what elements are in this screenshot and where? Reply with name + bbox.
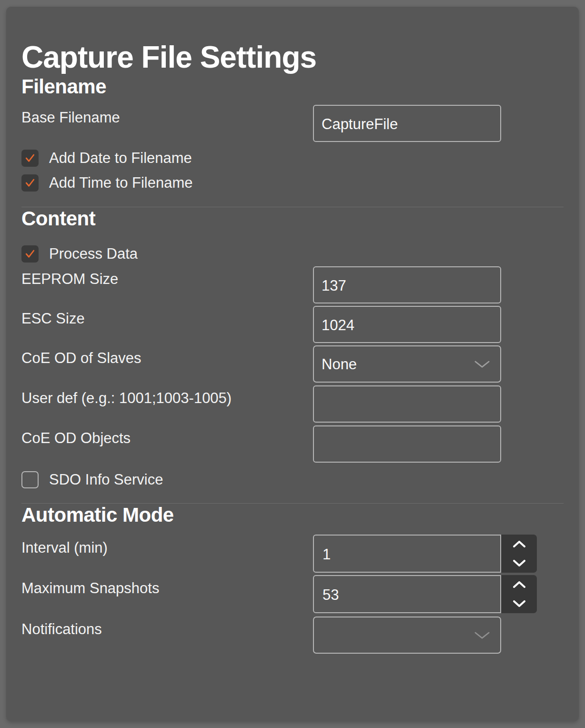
coe-od-objects-input[interactable] bbox=[313, 425, 501, 463]
section-heading-content: Content bbox=[21, 207, 564, 230]
interval-decrement-button[interactable] bbox=[501, 554, 537, 573]
check-icon bbox=[23, 152, 37, 165]
chevron-down-icon bbox=[474, 361, 490, 368]
interval-control bbox=[313, 535, 537, 573]
eeprom-size-input[interactable] bbox=[313, 266, 501, 303]
maximum-snapshots-spinner bbox=[501, 575, 537, 613]
coe-od-objects-row: CoE OD Objects bbox=[21, 425, 564, 463]
interval-increment-button[interactable] bbox=[501, 535, 537, 554]
eeprom-size-label: EEPROM Size bbox=[21, 271, 313, 288]
add-time-checkbox[interactable] bbox=[21, 174, 39, 192]
sdo-info-service-checkbox[interactable] bbox=[21, 471, 39, 488]
section-heading-automatic-mode: Automatic Mode bbox=[21, 504, 564, 526]
sdo-info-service-checkbox-row[interactable]: SDO Info Service bbox=[21, 471, 564, 488]
notifications-label: Notifications bbox=[21, 621, 313, 638]
maximum-snapshots-row: Maximum Snapshots bbox=[21, 575, 564, 613]
page-title: Capture File Settings bbox=[21, 40, 564, 75]
notifications-row: Notifications bbox=[21, 617, 564, 654]
user-def-label: User def (e.g.: 1001;1003-1005) bbox=[21, 390, 313, 407]
process-data-checkbox[interactable] bbox=[21, 245, 39, 263]
esc-size-input[interactable] bbox=[313, 306, 501, 343]
check-icon bbox=[23, 176, 37, 190]
check-icon bbox=[23, 247, 37, 261]
section-heading-filename: Filename bbox=[21, 75, 564, 98]
chevron-down-icon bbox=[513, 560, 525, 566]
user-def-control bbox=[313, 385, 501, 423]
process-data-checkbox-label: Process Data bbox=[49, 245, 138, 263]
esc-size-label: ESC Size bbox=[21, 310, 313, 327]
maximum-snapshots-decrement-button[interactable] bbox=[501, 594, 537, 613]
base-filename-control bbox=[313, 105, 501, 142]
process-data-checkbox-row[interactable]: Process Data bbox=[21, 245, 564, 263]
coe-od-of-slaves-selected-value: None bbox=[322, 356, 357, 373]
eeprom-size-control bbox=[313, 266, 501, 303]
esc-size-row: ESC Size bbox=[21, 306, 564, 343]
coe-od-of-slaves-row: CoE OD of Slaves None bbox=[21, 345, 564, 383]
coe-od-of-slaves-control: None bbox=[313, 345, 501, 383]
eeprom-size-row: EEPROM Size bbox=[21, 266, 564, 303]
user-def-input[interactable] bbox=[313, 385, 501, 423]
interval-spinner bbox=[501, 535, 537, 573]
coe-od-of-slaves-select[interactable]: None bbox=[313, 345, 501, 383]
base-filename-input[interactable] bbox=[313, 105, 501, 142]
coe-od-objects-label: CoE OD Objects bbox=[21, 430, 313, 447]
notifications-select[interactable] bbox=[313, 617, 501, 654]
coe-od-of-slaves-label: CoE OD of Slaves bbox=[21, 350, 313, 367]
chevron-down-icon bbox=[513, 600, 525, 607]
interval-row: Interval (min) bbox=[21, 535, 564, 573]
base-filename-row: Base Filename bbox=[21, 105, 564, 142]
add-date-checkbox[interactable] bbox=[21, 150, 39, 167]
notifications-control bbox=[313, 617, 501, 654]
coe-od-objects-control bbox=[313, 425, 501, 463]
chevron-up-icon bbox=[513, 541, 525, 547]
add-time-checkbox-label: Add Time to Filename bbox=[49, 174, 193, 192]
maximum-snapshots-input[interactable] bbox=[313, 575, 501, 613]
chevron-up-icon bbox=[513, 581, 525, 588]
interval-input[interactable] bbox=[313, 535, 501, 573]
chevron-down-icon bbox=[474, 632, 490, 639]
user-def-row: User def (e.g.: 1001;1003-1005) bbox=[21, 385, 564, 423]
maximum-snapshots-increment-button[interactable] bbox=[501, 575, 537, 594]
maximum-snapshots-control bbox=[313, 575, 537, 613]
add-date-checkbox-label: Add Date to Filename bbox=[49, 150, 192, 167]
add-date-checkbox-row[interactable]: Add Date to Filename bbox=[21, 150, 564, 167]
base-filename-label: Base Filename bbox=[21, 109, 313, 126]
esc-size-control bbox=[313, 306, 501, 343]
sdo-info-service-checkbox-label: SDO Info Service bbox=[49, 471, 163, 488]
interval-label: Interval (min) bbox=[21, 539, 313, 556]
add-time-checkbox-row[interactable]: Add Time to Filename bbox=[21, 174, 564, 192]
capture-file-settings-panel: Capture File Settings Filename Base File… bbox=[6, 7, 579, 721]
maximum-snapshots-label: Maximum Snapshots bbox=[21, 580, 313, 597]
